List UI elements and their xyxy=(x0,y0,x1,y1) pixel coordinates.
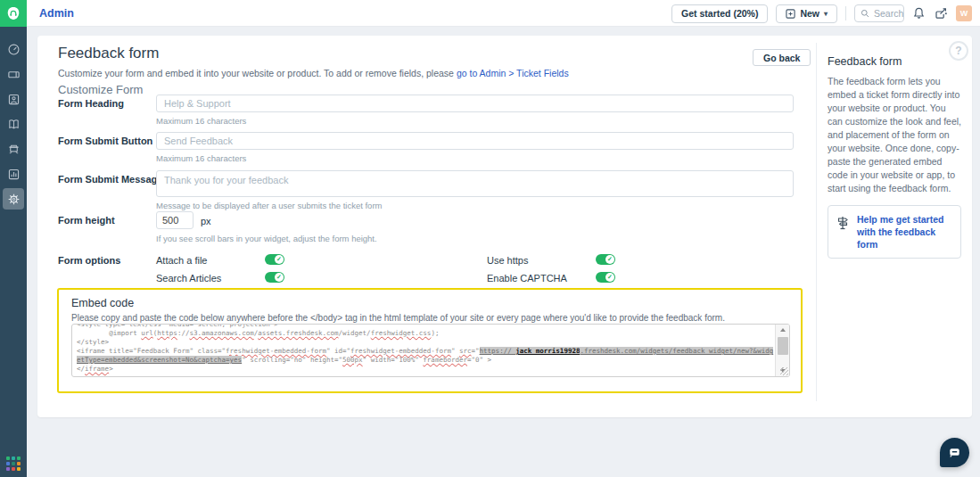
notifications-bell-icon[interactable] xyxy=(912,6,926,21)
help-panel-body: The feedback form lets you embed a ticke… xyxy=(828,75,963,195)
scrollbar-thumb[interactable] xyxy=(778,337,788,355)
search-input[interactable]: Search xyxy=(854,4,904,22)
form-height-helper: If you see scroll bars in your widget, a… xyxy=(156,234,377,243)
help-question-mark-icon[interactable]: ? xyxy=(949,41,968,61)
contacts-icon xyxy=(7,93,21,106)
help-panel: ? Feedback form The feedback form lets y… xyxy=(816,43,972,401)
sidebar xyxy=(0,27,27,477)
form-submit-button-input[interactable] xyxy=(156,132,794,150)
page-subtitle: Customize your form and embed it into yo… xyxy=(58,68,569,78)
user-avatar[interactable]: W xyxy=(956,5,972,21)
whats-new-icon[interactable] xyxy=(934,6,948,21)
dashboard-icon xyxy=(7,43,21,56)
search-icon xyxy=(861,9,869,18)
toggle-knob-check-icon xyxy=(605,255,614,264)
form-heading-input[interactable] xyxy=(156,95,794,112)
option-attach-a-file: Attach a file xyxy=(156,252,487,270)
reports-icon xyxy=(7,168,21,181)
chat-bubble-icon xyxy=(947,445,962,460)
textarea-resize-grip[interactable] xyxy=(780,367,788,375)
form-submit-message-label: Form Submit Message xyxy=(58,174,162,185)
signpost-icon xyxy=(836,215,850,231)
form-submit-message-helper: Message to be displayed after a user sub… xyxy=(156,201,382,210)
chevron-down-icon: ▾ xyxy=(824,10,828,18)
toggle-switch[interactable] xyxy=(265,254,284,265)
ticket-fields-link[interactable]: go to Admin > Ticket Fields xyxy=(457,68,569,78)
sidebar-item-solutions[interactable] xyxy=(3,113,24,135)
embed-code-description: Please copy and paste the code below any… xyxy=(71,313,725,323)
option-search-articles: Search Articles xyxy=(156,270,487,288)
form-height-input[interactable] xyxy=(156,211,194,229)
sidebar-item-reports[interactable] xyxy=(3,163,24,185)
form-submit-button-label: Form Submit Button xyxy=(58,136,152,146)
app-grid-dot xyxy=(12,467,15,471)
get-started-button[interactable]: Get started (20%) xyxy=(671,4,768,23)
form-height-label: Form height xyxy=(58,215,115,226)
app-grid-dot xyxy=(6,467,10,471)
toggle-knob-check-icon xyxy=(275,273,284,282)
freshdesk-logo-icon[interactable] xyxy=(0,0,27,27)
toggle-switch[interactable] xyxy=(265,272,284,283)
new-button[interactable]: New ▾ xyxy=(776,4,837,23)
app-grid-dot xyxy=(6,456,10,460)
screen: Admin Get started (20%) New ▾ Search xyxy=(0,0,980,477)
toggle-knob-check-icon xyxy=(605,273,614,282)
help-get-started-card[interactable]: Help me get started with the feedback fo… xyxy=(828,205,961,259)
app-grid-dot xyxy=(12,462,15,465)
embed-code-text[interactable]: <style type="text/css" media="screen, pr… xyxy=(77,325,774,374)
main-card: Feedback form Customize your form and em… xyxy=(37,36,972,417)
admin-gear-icon xyxy=(7,193,21,206)
forums-icon xyxy=(7,143,21,156)
form-heading-label: Form Heading xyxy=(58,98,124,109)
new-plus-icon xyxy=(786,9,795,19)
solutions-book-icon xyxy=(7,118,21,131)
sidebar-item-dashboard[interactable] xyxy=(3,38,24,60)
sidebar-item-tickets[interactable] xyxy=(3,63,24,85)
page-title: Feedback form xyxy=(58,45,159,62)
chat-launcher-button[interactable] xyxy=(940,438,969,467)
help-get-started-link: Help me get started with the feedback fo… xyxy=(857,213,953,251)
app-grid-dot xyxy=(17,462,21,465)
option-use-https: Use https xyxy=(487,252,794,270)
toggle-knob-check-icon xyxy=(275,255,284,264)
embed-code-scroll-area[interactable]: <style type="text/css" media="screen, pr… xyxy=(77,325,774,376)
topbar: Admin Get started (20%) New ▾ Search xyxy=(0,0,980,27)
form-options-label: Form options xyxy=(58,255,120,266)
embed-code-section: Embed code Please copy and paste the cod… xyxy=(57,288,803,393)
form-heading-helper: Maximum 16 characters xyxy=(156,116,246,126)
tickets-icon xyxy=(7,68,21,81)
help-panel-title: Feedback form xyxy=(828,55,963,68)
page-breadcrumb-admin: Admin xyxy=(39,7,74,20)
go-back-button[interactable]: Go back xyxy=(753,49,811,66)
embed-code-box[interactable]: <style type="text/css" media="screen, pr… xyxy=(71,324,790,377)
option-enable-captcha: Enable CAPTCHA xyxy=(487,270,794,288)
app-grid-dot xyxy=(6,462,10,465)
app-grid-dot xyxy=(17,456,21,460)
scrollbar-up-arrow-icon[interactable] xyxy=(776,325,790,335)
customize-form-section-label: Customize Form xyxy=(58,83,143,96)
form-options-grid: Attach a file Use https Search Articles … xyxy=(156,252,794,288)
form-height-unit: px xyxy=(201,216,211,226)
sidebar-item-admin[interactable] xyxy=(3,188,24,210)
topbar-actions: Get started (20%) New ▾ Search xyxy=(671,0,972,27)
toggle-switch[interactable] xyxy=(596,272,615,283)
form-submit-message-textarea[interactable] xyxy=(156,170,794,197)
sidebar-item-contacts[interactable] xyxy=(3,88,24,110)
app-grid-dot xyxy=(17,467,21,471)
toggle-switch[interactable] xyxy=(596,254,615,265)
embed-code-title: Embed code xyxy=(71,297,134,309)
app-switcher-grid-icon[interactable] xyxy=(6,456,21,471)
topbar-divider xyxy=(845,6,846,21)
form-submit-button-helper: Maximum 16 characters xyxy=(156,153,246,163)
sidebar-item-forums[interactable] xyxy=(3,138,24,160)
app-grid-dot xyxy=(12,456,15,460)
